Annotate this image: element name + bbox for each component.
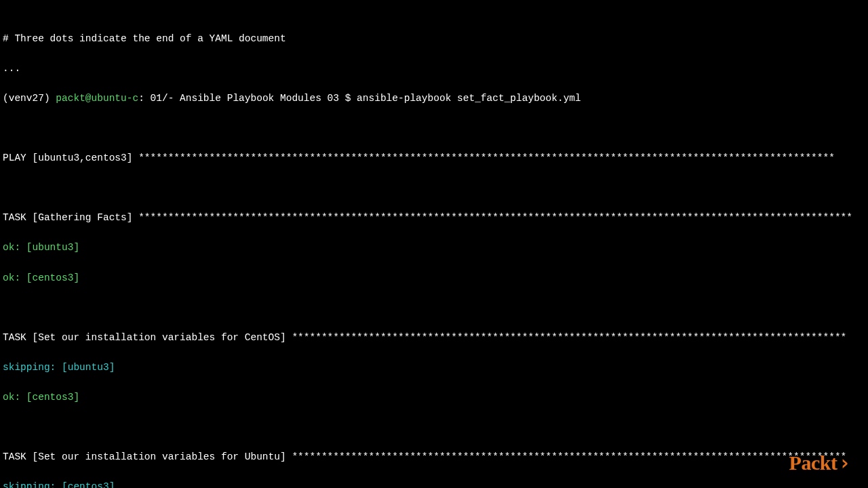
task2-skip: skipping: [ubuntu3] <box>3 360 865 375</box>
yaml-dots: ... <box>3 61 865 76</box>
task1-result-2: ok: [centos3] <box>3 270 865 285</box>
task3-skip: skipping: [centos3] <box>3 479 865 488</box>
terminal-output: # Three dots indicate the end of a YAML … <box>0 0 868 488</box>
task-centos-vars: TASK [Set our installation variables for… <box>3 330 865 345</box>
play-header: PLAY [ubuntu3,centos3] *****************… <box>3 150 865 165</box>
prompt-line-1: (venv27) packt@ubuntu-c: 01/- Ansible Pl… <box>3 91 865 106</box>
task2-ok: ok: [centos3] <box>3 390 865 405</box>
brand-logo: Packt› <box>789 447 850 479</box>
task-gathering-facts: TASK [Gathering Facts] *****************… <box>3 210 865 225</box>
task-ubuntu-vars: TASK [Set our installation variables for… <box>3 449 865 464</box>
chevron-right-icon: › <box>838 451 850 474</box>
yaml-comment: # Three dots indicate the end of a YAML … <box>3 31 865 46</box>
task1-result-1: ok: [ubuntu3] <box>3 240 865 255</box>
